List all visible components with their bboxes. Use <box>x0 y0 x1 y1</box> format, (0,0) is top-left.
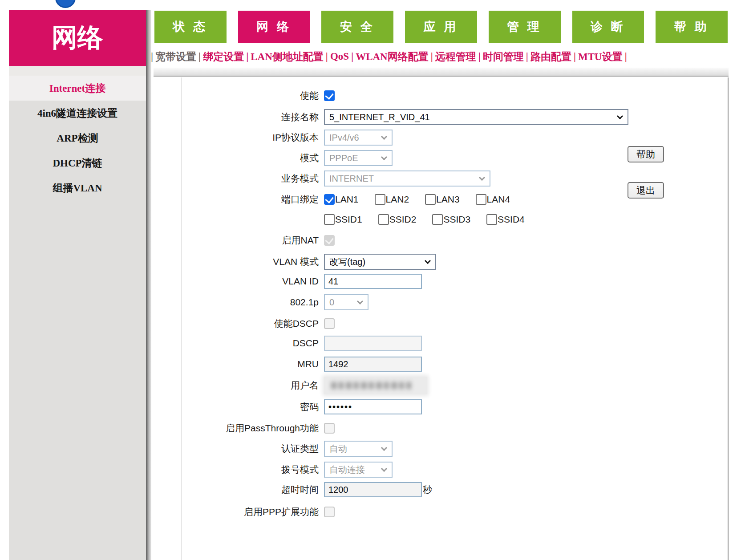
ssid1-label: SSID1 <box>335 214 362 225</box>
subnav-separator: | <box>431 51 433 62</box>
mru-label: MRU <box>154 359 324 369</box>
sidebar-item-4in6-tunnel[interactable]: 4in6隧道连接设置 <box>9 101 146 126</box>
connection-name-label: 连接名称 <box>154 111 324 123</box>
auth-type-select: 自动 <box>324 441 393 457</box>
dial-mode-label: 拨号模式 <box>154 463 324 476</box>
dscp-enable-checkbox <box>324 318 335 329</box>
form-row-nat: 启用NAT <box>154 235 729 246</box>
vlan-id-label: VLAN ID <box>154 276 324 287</box>
passthrough-label: 启用PassThrough功能 <box>154 422 324 434</box>
exit-button[interactable]: 退出 <box>628 182 664 199</box>
dial-mode-value: 自动连接 <box>329 464 365 476</box>
form-row-timeout: 超时时间 秒 <box>154 482 729 497</box>
lan3-label: LAN3 <box>436 194 460 205</box>
tab-network[interactable]: 网 络 <box>238 11 310 43</box>
ip-version-label: IP协议版本 <box>154 131 324 144</box>
ssid2-label: SSID2 <box>389 214 417 225</box>
8021p-label: 802.1p <box>154 297 324 308</box>
subnav-separator: | <box>526 51 528 62</box>
subnav-item-mtu-settings[interactable]: MTU设置 <box>578 50 623 64</box>
nat-checkbox <box>324 235 335 246</box>
sidebar: 网络 Internet连接 4in6隧道连接设置 ARP检测 DHCP清链 组播… <box>9 10 146 560</box>
ssid3-checkbox[interactable] <box>432 214 443 225</box>
ppp-ext-checkbox <box>324 507 335 517</box>
form-row-passthrough: 启用PassThrough功能 <box>154 423 729 434</box>
vlan-mode-value: 改写(tag) <box>329 256 365 268</box>
content-top-strip <box>154 68 729 77</box>
ssid1-checkbox[interactable] <box>324 214 335 225</box>
main-tab-bar: 状 态 网 络 安 全 应 用 管 理 诊 断 帮 助 <box>154 11 728 43</box>
enable-label: 使能 <box>154 89 324 102</box>
help-button[interactable]: 帮助 <box>628 146 664 162</box>
form-row-username: 用户名 <box>154 377 729 394</box>
passthrough-checkbox <box>324 423 335 434</box>
lan1-checkbox[interactable] <box>324 194 335 205</box>
ip-version-value: IPv4/v6 <box>329 133 359 143</box>
form-row-port-binding-ssid: SSID1 SSID2 SSID3 SSID4 <box>154 214 729 225</box>
subnav-item-qos[interactable]: QoS <box>330 51 349 62</box>
mode-select: PPPoE <box>324 150 393 166</box>
password-input[interactable] <box>324 399 422 414</box>
tab-management[interactable]: 管 理 <box>489 11 561 43</box>
tab-diagnostics[interactable]: 诊 断 <box>572 11 644 43</box>
chevron-down-icon <box>357 298 363 304</box>
subnav-separator: | <box>246 51 248 62</box>
tab-help[interactable]: 帮 助 <box>656 11 728 43</box>
sidebar-item-multicast-vlan[interactable]: 组播VLAN <box>9 175 146 200</box>
auth-type-value: 自动 <box>329 443 347 455</box>
tab-status[interactable]: 状 态 <box>154 11 227 43</box>
vlan-mode-select[interactable]: 改写(tag) <box>324 254 436 270</box>
side-button-group: 帮助 退出 <box>628 146 664 199</box>
subnav-separator: | <box>625 51 627 62</box>
service-mode-select: INTERNET <box>324 170 490 187</box>
subnav-item-wlan-config[interactable]: WLAN网络配置 <box>356 50 429 64</box>
username-redacted-value[interactable] <box>324 377 427 394</box>
form-row-ip-version: IP协议版本 IPv4/v6 <box>154 130 729 146</box>
subnav-separator: | <box>351 51 353 62</box>
lan4-checkbox[interactable] <box>476 194 486 205</box>
subnav-separator: | <box>326 51 328 62</box>
subnav-item-lan-address-config[interactable]: LAN侧地址配置 <box>251 50 324 64</box>
lan3-checkbox[interactable] <box>425 194 436 205</box>
service-mode-value: INTERNET <box>329 174 374 184</box>
timeout-input[interactable] <box>324 482 422 497</box>
subnav-item-remote-management[interactable]: 远程管理 <box>435 50 476 64</box>
subnav-item-binding-settings[interactable]: 绑定设置 <box>203 50 244 64</box>
vlan-mode-label: VLAN 模式 <box>154 256 324 268</box>
chevron-down-icon <box>381 465 387 471</box>
tab-application[interactable]: 应 用 <box>405 11 477 43</box>
lan1-label: LAN1 <box>335 194 359 205</box>
chevron-down-icon <box>617 113 623 119</box>
ssid2-checkbox[interactable] <box>378 214 389 225</box>
sidebar-spacer <box>9 66 146 76</box>
dscp-label: DSCP <box>154 338 324 349</box>
enable-checkbox[interactable] <box>324 90 335 101</box>
connection-name-select[interactable]: 5_INTERNET_R_VID_41 <box>324 109 628 125</box>
subnav: | 宽带设置 | 绑定设置 | LAN侧地址配置 | QoS | WLAN网络配… <box>150 49 729 64</box>
subnav-item-time-management[interactable]: 时间管理 <box>483 50 524 64</box>
sidebar-item-arp-detect[interactable]: ARP检测 <box>9 126 146 150</box>
mru-input[interactable] <box>324 357 422 372</box>
sidebar-item-internet-connection[interactable]: Internet连接 <box>9 76 146 101</box>
ip-version-select: IPv4/v6 <box>324 130 393 146</box>
lan4-label: LAN4 <box>487 194 510 205</box>
dscp-input <box>324 336 422 351</box>
lan2-label: LAN2 <box>386 194 409 205</box>
password-label: 密码 <box>154 401 324 413</box>
dscp-enable-label: 使能DSCP <box>154 317 324 330</box>
vlan-id-input[interactable] <box>324 274 422 289</box>
form-row-vlan-id: VLAN ID <box>154 274 729 289</box>
sidebar-title: 网络 <box>52 20 103 55</box>
form-row-auth-type: 认证类型 自动 <box>154 441 729 457</box>
username-label: 用户名 <box>154 379 324 392</box>
form-row-connection-name: 连接名称 5_INTERNET_R_VID_41 <box>154 109 729 125</box>
sidebar-item-dhcp[interactable]: DHCP清链 <box>9 150 146 175</box>
ssid4-checkbox[interactable] <box>486 214 497 225</box>
tab-security[interactable]: 安 全 <box>321 11 393 43</box>
lan2-checkbox[interactable] <box>375 194 385 205</box>
port-binding-label: 端口绑定 <box>154 193 324 206</box>
subnav-item-routing-config[interactable]: 路由配置 <box>530 50 571 64</box>
chevron-down-icon <box>381 133 387 139</box>
subnav-item-broadband-settings[interactable]: 宽带设置 <box>155 50 196 64</box>
mode-label: 模式 <box>154 152 324 164</box>
